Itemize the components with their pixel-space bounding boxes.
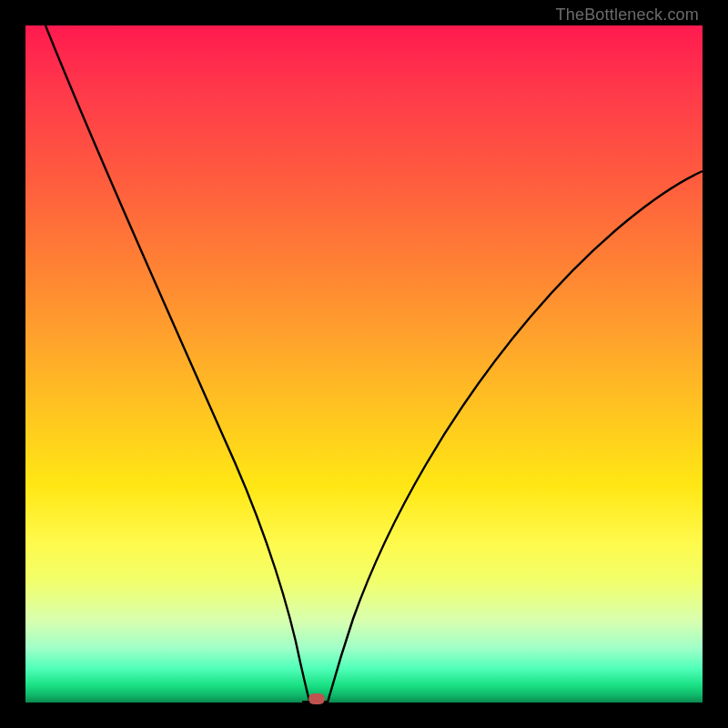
curve-left-branch bbox=[46, 25, 309, 703]
chart-frame: TheBottleneck.com bbox=[0, 0, 728, 728]
plot-area bbox=[25, 25, 703, 703]
optimum-marker bbox=[308, 693, 325, 704]
curve-right-branch bbox=[328, 171, 703, 703]
bottleneck-curve bbox=[25, 25, 703, 703]
watermark-text: TheBottleneck.com bbox=[556, 5, 699, 25]
